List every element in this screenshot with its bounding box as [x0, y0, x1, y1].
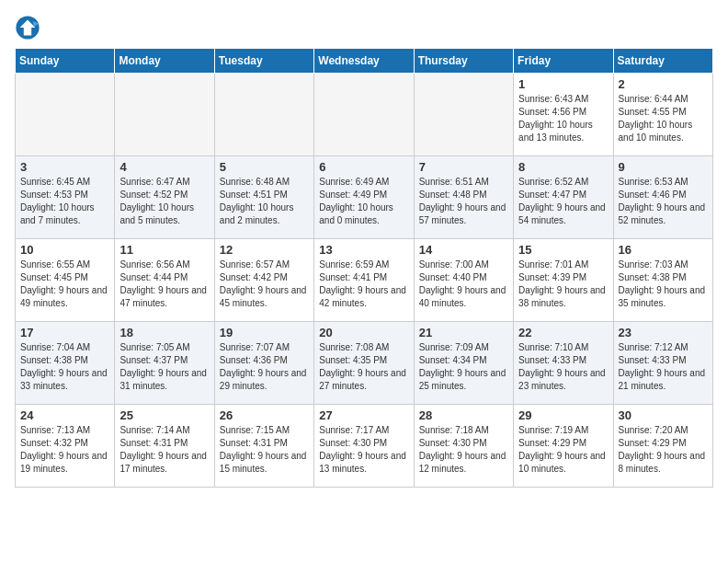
calendar-cell: 1Sunrise: 6:43 AMSunset: 4:56 PMDaylight… — [514, 74, 613, 156]
day-info: Sunrise: 6:55 AMSunset: 4:45 PMDaylight:… — [20, 259, 109, 310]
day-info: Sunrise: 7:13 AMSunset: 4:32 PMDaylight:… — [20, 424, 109, 476]
logo — [15, 15, 44, 40]
day-info: Sunrise: 6:57 AMSunset: 4:42 PMDaylight:… — [220, 259, 309, 310]
day-number: 23 — [619, 326, 708, 339]
day-info: Sunrise: 7:01 AMSunset: 4:39 PMDaylight:… — [518, 259, 608, 310]
calendar-cell: 7Sunrise: 6:51 AMSunset: 4:48 PMDaylight… — [414, 156, 513, 239]
day-number: 8 — [518, 160, 608, 174]
calendar-cell — [16, 74, 115, 156]
calendar-cell: 25Sunrise: 7:14 AMSunset: 4:31 PMDayligh… — [115, 405, 214, 488]
calendar-cell: 21Sunrise: 7:09 AMSunset: 4:34 PMDayligh… — [414, 322, 513, 405]
page-header — [15, 15, 713, 40]
day-info: Sunrise: 7:07 AMSunset: 4:36 PMDaylight:… — [220, 341, 309, 393]
calendar-week-row: 24Sunrise: 7:13 AMSunset: 4:32 PMDayligh… — [16, 405, 713, 488]
day-number: 14 — [419, 243, 508, 257]
calendar-cell: 27Sunrise: 7:17 AMSunset: 4:30 PMDayligh… — [314, 405, 414, 488]
calendar-body: 1Sunrise: 6:43 AMSunset: 4:56 PMDaylight… — [16, 74, 713, 488]
calendar-week-row: 1Sunrise: 6:43 AMSunset: 4:56 PMDaylight… — [16, 74, 713, 156]
day-number: 11 — [119, 243, 209, 257]
calendar-cell: 23Sunrise: 7:12 AMSunset: 4:33 PMDayligh… — [613, 322, 712, 405]
day-info: Sunrise: 6:43 AMSunset: 4:56 PMDaylight:… — [518, 93, 608, 144]
day-info: Sunrise: 6:47 AMSunset: 4:52 PMDaylight:… — [119, 176, 209, 227]
calendar-header: SundayMondayTuesdayWednesdayThursdayFrid… — [16, 49, 713, 74]
calendar-cell: 19Sunrise: 7:07 AMSunset: 4:36 PMDayligh… — [214, 322, 313, 405]
day-info: Sunrise: 6:59 AMSunset: 4:41 PMDaylight:… — [319, 259, 408, 310]
logo-icon — [15, 15, 40, 40]
day-info: Sunrise: 6:53 AMSunset: 4:46 PMDaylight:… — [619, 176, 708, 227]
weekday-header: Tuesday — [214, 49, 313, 74]
day-number: 1 — [518, 77, 608, 91]
day-info: Sunrise: 7:20 AMSunset: 4:29 PMDaylight:… — [619, 424, 708, 476]
calendar-cell: 24Sunrise: 7:13 AMSunset: 4:32 PMDayligh… — [16, 405, 115, 488]
calendar-cell: 26Sunrise: 7:15 AMSunset: 4:31 PMDayligh… — [214, 405, 313, 488]
day-info: Sunrise: 7:03 AMSunset: 4:38 PMDaylight:… — [619, 259, 708, 310]
calendar-cell: 17Sunrise: 7:04 AMSunset: 4:38 PMDayligh… — [16, 322, 115, 405]
calendar-cell — [115, 74, 214, 156]
day-number: 5 — [220, 160, 309, 174]
calendar-header-row: SundayMondayTuesdayWednesdayThursdayFrid… — [16, 49, 713, 74]
day-info: Sunrise: 7:08 AMSunset: 4:35 PMDaylight:… — [319, 341, 408, 393]
calendar-cell — [314, 74, 414, 156]
calendar-cell: 22Sunrise: 7:10 AMSunset: 4:33 PMDayligh… — [514, 322, 613, 405]
day-info: Sunrise: 7:00 AMSunset: 4:40 PMDaylight:… — [419, 259, 508, 310]
day-number: 9 — [619, 160, 708, 174]
day-number: 2 — [619, 77, 708, 91]
day-number: 28 — [419, 408, 508, 422]
calendar-week-row: 10Sunrise: 6:55 AMSunset: 4:45 PMDayligh… — [16, 239, 713, 322]
calendar-cell: 13Sunrise: 6:59 AMSunset: 4:41 PMDayligh… — [314, 239, 414, 322]
day-number: 22 — [518, 326, 608, 339]
calendar-cell: 8Sunrise: 6:52 AMSunset: 4:47 PMDaylight… — [514, 156, 613, 239]
day-number: 21 — [419, 326, 508, 339]
day-number: 30 — [619, 408, 708, 422]
day-info: Sunrise: 7:14 AMSunset: 4:31 PMDaylight:… — [119, 424, 209, 476]
calendar-cell: 29Sunrise: 7:19 AMSunset: 4:29 PMDayligh… — [514, 405, 613, 488]
day-number: 12 — [220, 243, 309, 257]
calendar-table: SundayMondayTuesdayWednesdayThursdayFrid… — [15, 48, 713, 488]
day-number: 13 — [319, 243, 408, 257]
weekday-header: Thursday — [414, 49, 513, 74]
day-info: Sunrise: 7:04 AMSunset: 4:38 PMDaylight:… — [20, 341, 109, 393]
day-number: 15 — [518, 243, 608, 257]
calendar-week-row: 3Sunrise: 6:45 AMSunset: 4:53 PMDaylight… — [16, 156, 713, 239]
calendar-cell: 3Sunrise: 6:45 AMSunset: 4:53 PMDaylight… — [16, 156, 115, 239]
day-info: Sunrise: 6:56 AMSunset: 4:44 PMDaylight:… — [119, 259, 209, 310]
day-number: 25 — [119, 408, 209, 422]
day-info: Sunrise: 7:17 AMSunset: 4:30 PMDaylight:… — [319, 424, 408, 476]
day-number: 19 — [220, 326, 309, 339]
day-number: 6 — [319, 160, 408, 174]
day-number: 20 — [319, 326, 408, 339]
day-info: Sunrise: 7:05 AMSunset: 4:37 PMDaylight:… — [119, 341, 209, 393]
day-info: Sunrise: 6:45 AMSunset: 4:53 PMDaylight:… — [20, 176, 109, 227]
calendar-cell — [414, 74, 513, 156]
calendar-cell: 11Sunrise: 6:56 AMSunset: 4:44 PMDayligh… — [115, 239, 214, 322]
day-info: Sunrise: 6:52 AMSunset: 4:47 PMDaylight:… — [518, 176, 608, 227]
calendar-cell: 28Sunrise: 7:18 AMSunset: 4:30 PMDayligh… — [414, 405, 513, 488]
day-number: 17 — [20, 326, 109, 339]
day-number: 29 — [518, 408, 608, 422]
calendar-cell: 16Sunrise: 7:03 AMSunset: 4:38 PMDayligh… — [613, 239, 712, 322]
day-info: Sunrise: 6:44 AMSunset: 4:55 PMDaylight:… — [619, 93, 708, 144]
calendar-cell: 6Sunrise: 6:49 AMSunset: 4:49 PMDaylight… — [314, 156, 414, 239]
calendar-cell: 12Sunrise: 6:57 AMSunset: 4:42 PMDayligh… — [214, 239, 313, 322]
weekday-header: Friday — [514, 49, 613, 74]
calendar-cell: 2Sunrise: 6:44 AMSunset: 4:55 PMDaylight… — [613, 74, 712, 156]
calendar-week-row: 17Sunrise: 7:04 AMSunset: 4:38 PMDayligh… — [16, 322, 713, 405]
day-number: 4 — [119, 160, 209, 174]
day-info: Sunrise: 7:09 AMSunset: 4:34 PMDaylight:… — [419, 341, 508, 393]
calendar-cell: 9Sunrise: 6:53 AMSunset: 4:46 PMDaylight… — [613, 156, 712, 239]
day-number: 27 — [319, 408, 408, 422]
day-number: 18 — [119, 326, 209, 339]
day-number: 26 — [220, 408, 309, 422]
calendar-cell: 20Sunrise: 7:08 AMSunset: 4:35 PMDayligh… — [314, 322, 414, 405]
weekday-header: Sunday — [16, 49, 115, 74]
calendar-cell — [214, 74, 313, 156]
day-info: Sunrise: 6:49 AMSunset: 4:49 PMDaylight:… — [319, 176, 408, 227]
day-number: 10 — [20, 243, 109, 257]
day-info: Sunrise: 6:51 AMSunset: 4:48 PMDaylight:… — [419, 176, 508, 227]
day-info: Sunrise: 7:12 AMSunset: 4:33 PMDaylight:… — [619, 341, 708, 393]
calendar-cell: 14Sunrise: 7:00 AMSunset: 4:40 PMDayligh… — [414, 239, 513, 322]
calendar-cell: 5Sunrise: 6:48 AMSunset: 4:51 PMDaylight… — [214, 156, 313, 239]
day-info: Sunrise: 7:19 AMSunset: 4:29 PMDaylight:… — [518, 424, 608, 476]
day-number: 3 — [20, 160, 109, 174]
calendar-cell: 30Sunrise: 7:20 AMSunset: 4:29 PMDayligh… — [613, 405, 712, 488]
